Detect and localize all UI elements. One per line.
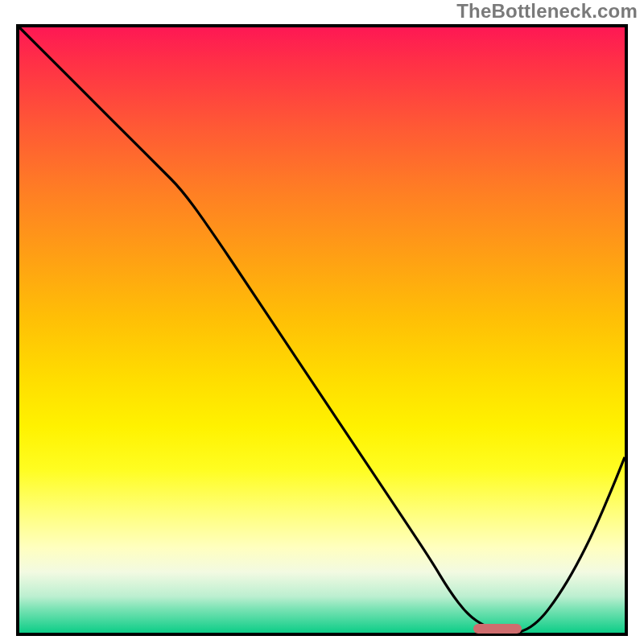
bottleneck-curve: [19, 27, 625, 633]
plot-area: [16, 24, 628, 636]
chart-stage: { "watermark": "TheBottleneck.com", "cha…: [0, 0, 644, 644]
highlight-marker: [473, 624, 522, 634]
curve-svg: [19, 27, 625, 633]
watermark-text: TheBottleneck.com: [456, 0, 638, 23]
